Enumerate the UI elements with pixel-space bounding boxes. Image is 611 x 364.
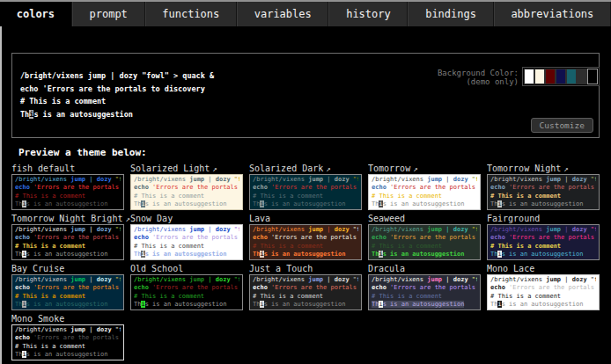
theme-preview-box[interactable]: /bright/vixens jump | dozy "fowl" > quac…: [249, 174, 362, 210]
token-command: dozy: [216, 226, 234, 233]
token-command: dozy: [120, 71, 143, 80]
token-path: /bright/vixens: [490, 176, 546, 183]
theme-dracula[interactable]: Dracula/bright/vixens jump | dozy "fowl"…: [368, 263, 487, 310]
theme-preview-box[interactable]: /bright/vixens jump | dozy "fowl" > quac…: [11, 224, 124, 260]
token-autosuggestion: s is an autosuggestion: [264, 301, 346, 308]
token-command: echo: [372, 234, 390, 241]
bg-swatch-black[interactable]: [587, 69, 598, 84]
sample-error-line: echo 'Errors are the portals to discover…: [15, 284, 121, 292]
token-path: /bright/vixens: [372, 176, 427, 183]
tab-bindings[interactable]: bindings: [408, 2, 493, 26]
theme-snow-day[interactable]: Snow Day/bright/vixens jump | dozy "fowl…: [130, 213, 249, 260]
sample-comment-line: # This is a comment: [372, 243, 477, 251]
token-command: echo: [15, 184, 33, 191]
theme-preview-box[interactable]: /bright/vixens jump | dozy "fowl" > quac…: [11, 324, 124, 360]
theme-preview-box[interactable]: /bright/vixens jump | dozy "fowl" > quac…: [368, 224, 481, 260]
token-command: echo: [15, 284, 33, 291]
external-link-icon[interactable]: ↗: [122, 215, 129, 223]
theme-just-a-touch[interactable]: Just a Touch/bright/vixens jump | dozy "…: [249, 263, 368, 310]
background-color-swatches: [522, 67, 600, 86]
token-path: /bright/vixens: [134, 276, 189, 283]
theme-bay-cruise[interactable]: Bay Cruise/bright/vixens jump | dozy "fo…: [11, 263, 130, 310]
token-command: jump: [427, 226, 445, 233]
theme-preview-box[interactable]: /bright/vixens jump | dozy "fowl" > quac…: [487, 174, 600, 210]
bg-swatch-white[interactable]: [524, 69, 534, 84]
theme-seaweed[interactable]: Seaweed/bright/vixens jump | dozy "fowl"…: [368, 213, 487, 260]
sample-comment-line: # This is a comment: [134, 293, 239, 301]
theme-preview-box[interactable]: /bright/vixens jump | dozy "fowl" > quac…: [487, 224, 600, 260]
theme-fairground[interactable]: Fairground/bright/vixens jump | dozy "fo…: [487, 213, 606, 260]
token-command: echo: [15, 334, 33, 341]
theme-preview-box[interactable]: /bright/vixens jump | dozy "fowl" > quac…: [368, 174, 481, 210]
token-comment: # This is a comment: [490, 193, 561, 200]
sample-comment-line: # This is a comment: [253, 293, 358, 301]
external-link-icon[interactable]: ↗: [561, 164, 568, 173]
token-comment: # This is a comment: [134, 243, 204, 250]
theme-title: Mono Lace: [487, 263, 606, 274]
token-command: dozy: [453, 276, 472, 283]
theme-preview-box[interactable]: /bright/vixens jump | dozy "fowl" > quac…: [249, 274, 362, 310]
token-autosuggestion: s is an autosuggestion: [383, 301, 465, 308]
bg-swatch-teal[interactable]: [566, 69, 577, 84]
theme-preview-box[interactable]: /bright/vixens jump | dozy "fowl" > quac…: [130, 174, 243, 210]
tab-abbreviations[interactable]: abbreviations: [494, 2, 611, 26]
sample-autosuggestion-line: This is an autosuggestion: [253, 301, 358, 309]
theme-title: Solarized Light↗: [130, 163, 249, 174]
token-command: jump: [427, 276, 445, 283]
sample-command-line: /bright/vixens jump | dozy "fowl" > quac…: [372, 176, 477, 184]
token-path: /bright/vixens: [15, 226, 70, 233]
sample-command-line: /bright/vixens jump | dozy "fowl" > quac…: [134, 226, 239, 234]
external-link-icon[interactable]: ↗: [410, 164, 417, 173]
theme-tomorrow-night[interactable]: Tomorrow Night↗/bright/vixens jump | doz…: [487, 163, 606, 210]
sample-command-line: /bright/vixens jump | dozy "fowl" > quac…: [490, 226, 596, 234]
theme-preview-box[interactable]: /bright/vixens jump | dozy "fowl" > quac…: [130, 274, 243, 310]
theme-mono-smoke[interactable]: Mono Smoke/bright/vixens jump | dozy "fo…: [11, 313, 130, 360]
theme-preview-box[interactable]: /bright/vixens jump | dozy "fowl" > quac…: [249, 224, 362, 260]
sample-autosuggestion-line: This is an autosuggestion: [15, 251, 121, 258]
theme-preview-box[interactable]: /bright/vixens jump | dozy "fowl" > quac…: [130, 224, 243, 260]
token-pipe: |: [445, 176, 453, 183]
token-command: echo: [20, 84, 43, 93]
tab-colors[interactable]: colors: [0, 2, 72, 26]
external-link-icon[interactable]: ↗: [210, 164, 217, 173]
theme-lava[interactable]: Lava/bright/vixens jump | dozy "fowl" > …: [249, 213, 368, 260]
tab-prompt[interactable]: prompt: [72, 2, 145, 26]
bg-swatch-dark-red[interactable]: [545, 69, 556, 84]
tab-variables[interactable]: variables: [237, 2, 328, 26]
token-autosuggestion: s is an autosuggestion: [264, 251, 346, 258]
token-command: echo: [490, 184, 509, 191]
token-command: jump: [308, 226, 327, 233]
theme-title: Dracula: [368, 263, 487, 274]
tab-functions[interactable]: functions: [145, 2, 237, 26]
theme-preview-box[interactable]: /bright/vixens jump | dozy "fowl" > quac…: [11, 274, 124, 310]
token-command: jump: [308, 276, 327, 283]
sample-comment-line: # This is a comment: [490, 243, 596, 251]
external-link-icon[interactable]: ↗: [323, 164, 330, 173]
theme-tomorrow-night-bright[interactable]: Tomorrow Night Bright↗/bright/vixens jum…: [11, 213, 130, 260]
theme-mono-lace[interactable]: Mono Lace/bright/vixens jump | dozy "fow…: [487, 263, 606, 310]
token-pipe: |: [564, 276, 571, 283]
token-pipe: |: [89, 276, 96, 283]
token-comment: # This is a comment: [15, 243, 85, 250]
sample-comment-line: # This is a comment: [15, 293, 121, 301]
theme-fish-default[interactable]: fish default/bright/vixens jump | dozy "…: [11, 163, 130, 210]
theme-tomorrow[interactable]: Tomorrow↗/bright/vixens jump | dozy "fow…: [368, 163, 487, 210]
bg-swatch-charcoal[interactable]: [577, 69, 587, 84]
theme-preview-box[interactable]: /bright/vixens jump | dozy "fowl" > quac…: [487, 274, 600, 310]
customize-button[interactable]: Customize: [531, 118, 593, 133]
tab-history[interactable]: history: [328, 2, 408, 26]
token-comment: # This is a comment: [134, 293, 204, 300]
token-comment: # This is a comment: [20, 97, 106, 106]
bg-swatch-navy[interactable]: [556, 69, 566, 84]
background-color-label: Background Color: (demo only): [438, 69, 519, 86]
theme-old-school[interactable]: Old School/bright/vixens jump | dozy "fo…: [130, 263, 249, 310]
theme-solarized-light[interactable]: Solarized Light↗/bright/vixens jump | do…: [130, 163, 249, 210]
sample-error-line: echo 'Errors are the portals to discover…: [490, 284, 596, 292]
sample-command-line: /bright/vixens jump | dozy "fowl" > quac…: [490, 176, 596, 184]
sample-command-line: /bright/vixens jump | dozy "fowl" > quac…: [15, 326, 121, 334]
bg-swatch-ivory[interactable]: [534, 69, 545, 84]
token-quote: "fowl" > quack &: [115, 226, 121, 233]
theme-solarized-dark[interactable]: Solarized Dark↗/bright/vixens jump | doz…: [249, 163, 368, 210]
theme-preview-box[interactable]: /bright/vixens jump | dozy "fowl" > quac…: [11, 174, 124, 210]
theme-preview-box[interactable]: /bright/vixens jump | dozy "fowl" > quac…: [368, 274, 481, 310]
